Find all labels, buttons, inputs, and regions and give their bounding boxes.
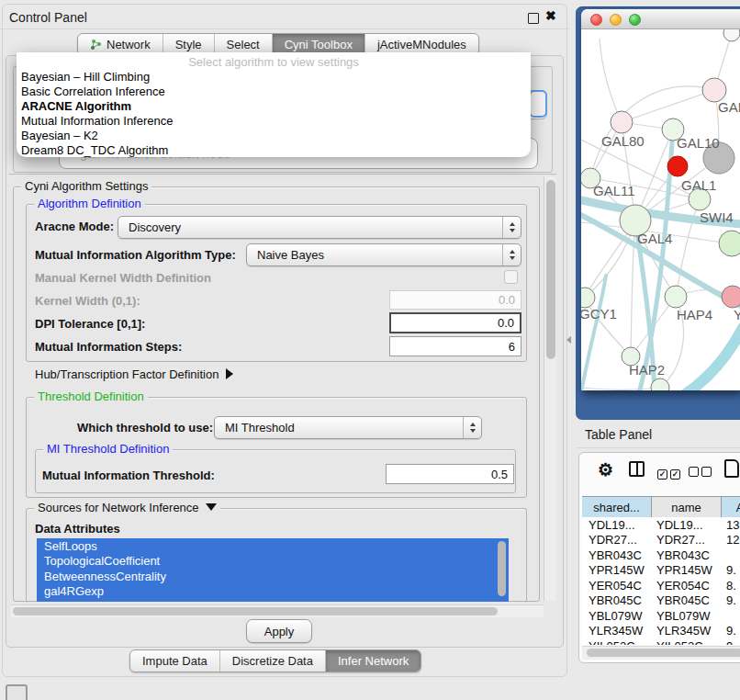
network-canvas[interactable]: GAL GAL80 GAL10 GAL11 GAL1 SWI4 GAL4 GCY… — [581, 29, 740, 390]
network-view-window: GAL GAL80 GAL10 GAL11 GAL1 SWI4 GAL4 GCY… — [581, 9, 740, 390]
dpi-tolerance-field[interactable]: 0.0 — [389, 312, 521, 333]
float-window-icon[interactable] — [528, 13, 539, 24]
list-item[interactable]: BetweennessCentrality — [37, 569, 509, 584]
table-horizontal-scrollbar[interactable] — [582, 646, 740, 660]
table-header-row: shared... name A — [582, 496, 740, 518]
mi-steps-label: Mutual Information Steps: — [35, 340, 182, 354]
column-header-name[interactable]: name — [652, 497, 722, 517]
network-window-titlebar[interactable] — [581, 9, 740, 29]
minimize-traffic-light-icon[interactable] — [610, 14, 622, 26]
table-row[interactable]: YPR145WYPR145W9. — [582, 563, 740, 579]
manual-kernel-width-checkbox[interactable] — [504, 270, 518, 284]
threshold-definition-title: Threshold Definition — [34, 390, 148, 403]
table-row[interactable]: YBR043CYBR043C — [582, 548, 740, 563]
tab-discretize-data-label: Discretize Data — [232, 654, 313, 668]
kernel-width-field[interactable]: 0.0 — [389, 290, 521, 310]
which-threshold-label: Which threshold to use: — [77, 421, 213, 435]
settings-divider — [9, 174, 556, 175]
dropdown-item[interactable]: Bayesian – Hill Climbing — [21, 70, 150, 84]
node-label: GAL — [718, 99, 740, 115]
mi-algorithm-type-combobox[interactable]: Naive Bayes — [246, 243, 521, 266]
aracne-mode-label: Aracne Mode: — [35, 220, 114, 233]
control-panel-title: Control Panel — [9, 10, 87, 25]
apply-button-label: Apply — [264, 625, 295, 638]
scrollbar-thumb[interactable] — [546, 180, 555, 359]
combo-stepper-icon — [502, 217, 521, 238]
deselect-all-icon[interactable] — [689, 464, 712, 480]
table-body[interactable]: YDL19...YDL19...13 YDR27...YDR27...12 YB… — [582, 517, 740, 645]
dpi-tolerance-label: DPI Tolerance [0,1]: — [35, 317, 145, 331]
settings-vertical-scrollbar[interactable] — [544, 176, 556, 601]
aracne-mode-combobox[interactable]: Discovery — [118, 216, 521, 239]
tab-network-label: Network — [107, 38, 151, 51]
new-table-icon[interactable] — [724, 459, 739, 478]
which-threshold-value: MI Threshold — [215, 421, 463, 435]
sources-title: Sources for Network Inference — [38, 501, 199, 514]
algorithm-dropdown-popup: Select algorithm to view settings Bayesi… — [17, 52, 531, 157]
node-label: GAL4 — [637, 231, 672, 246]
dropdown-item[interactable]: Basic Correlation Inference — [21, 85, 165, 98]
apply-button[interactable]: Apply — [246, 619, 312, 643]
dropdown-placeholder: Select algorithm to view settings — [17, 55, 531, 69]
table-row[interactable]: YBR045CYBR045C9. — [582, 593, 740, 609]
dropdown-item-highlighted[interactable]: ARACNE Algorithm — [21, 99, 131, 113]
combo-stepper-icon — [502, 244, 521, 265]
mi-threshold-title: MI Threshold Definition — [43, 442, 173, 456]
node-label: GAL10 — [677, 135, 720, 151]
dropdown-item[interactable]: Bayesian – K2 — [21, 129, 98, 142]
zoom-traffic-light-icon[interactable] — [629, 14, 641, 26]
dpi-tolerance-value: 0.0 — [498, 316, 514, 330]
mi-steps-field[interactable]: 6 — [389, 336, 521, 356]
combo-focus-stepper-icon — [529, 90, 547, 118]
node-label: GAL80 — [601, 133, 645, 149]
column-selector-icon[interactable] — [629, 461, 645, 477]
mi-threshold-label: Mutual Information Threshold: — [42, 469, 215, 482]
tab-cyni-toolbox-label: Cyni Toolbox — [285, 38, 353, 51]
list-item[interactable]: gal4RGexp — [37, 584, 509, 600]
node-label: GAL11 — [593, 183, 635, 198]
panel-splitter-arrow-icon[interactable] — [566, 336, 571, 344]
table-row[interactable]: YBL079WYBL079W — [582, 608, 740, 624]
sources-toggle[interactable]: Sources for Network Inference — [34, 501, 220, 514]
scrollbar-thumb[interactable] — [587, 649, 740, 657]
manual-kernel-width-label: Manual Kernel Width Definition — [35, 271, 211, 285]
table-row[interactable]: YER054CYER054C8. — [582, 578, 740, 593]
column-header-partial[interactable]: A — [722, 497, 740, 517]
data-attributes-list[interactable]: SelfLoops TopologicalCoefficient Between… — [37, 538, 509, 602]
cyni-algorithm-settings-title: Cyni Algorithm Settings — [21, 179, 151, 193]
list-scrollbar[interactable] — [498, 541, 506, 596]
tab-discretize-data[interactable]: Discretize Data — [219, 650, 325, 672]
table-row[interactable]: YDR27...YDR27...12 — [582, 533, 740, 548]
network-icon — [90, 39, 102, 51]
tab-style-label: Style — [175, 38, 202, 51]
docked-panel-icon[interactable] — [6, 684, 28, 700]
select-all-icon[interactable]: ✓✓ — [657, 464, 680, 480]
dropdown-item[interactable]: Dream8 DC_TDC Algorithm — [21, 143, 168, 157]
column-header-shared-name[interactable]: shared... — [582, 497, 652, 517]
close-icon[interactable]: ✖ — [545, 8, 556, 23]
mi-threshold-field[interactable]: 0.5 — [386, 464, 514, 484]
table-row[interactable]: YDL19...YDL19...13 — [582, 517, 740, 533]
scrollbar-thumb[interactable] — [13, 607, 498, 615]
list-item[interactable]: TopologicalCoefficient — [37, 554, 509, 570]
hub-definition-toggle[interactable]: Hub/Transcription Factor Definition — [35, 367, 233, 381]
node-label: SWI4 — [700, 209, 734, 225]
table-settings-gear-icon[interactable]: ⚙ — [598, 459, 613, 480]
collapsed-arrow-icon — [226, 368, 233, 379]
close-traffic-light-icon[interactable] — [590, 14, 602, 26]
kernel-width-value: 0.0 — [499, 293, 515, 307]
hub-definition-label: Hub/Transcription Factor Definition — [35, 367, 219, 381]
settings-horizontal-scrollbar[interactable] — [11, 604, 544, 617]
aracne-mode-value: Discovery — [118, 220, 502, 234]
which-threshold-combobox[interactable]: MI Threshold — [214, 416, 482, 439]
table-row[interactable]: YLR345WYLR345W9. — [582, 624, 740, 639]
cyni-bottom-tabbar: Impute Data Discretize Data Infer Networ… — [129, 649, 421, 672]
tab-impute-data[interactable]: Impute Data — [130, 650, 219, 672]
tab-infer-network[interactable]: Infer Network — [325, 650, 420, 672]
node-label: GCY1 — [581, 306, 617, 322]
list-item[interactable]: SelfLoops — [37, 538, 509, 554]
data-attributes-label: Data Attributes — [35, 522, 120, 536]
mi-algorithm-type-value: Naive Bayes — [247, 248, 502, 262]
table-row[interactable]: YIL052CYIL052C9 — [582, 638, 740, 645]
dropdown-item[interactable]: Mutual Information Inference — [21, 114, 173, 128]
